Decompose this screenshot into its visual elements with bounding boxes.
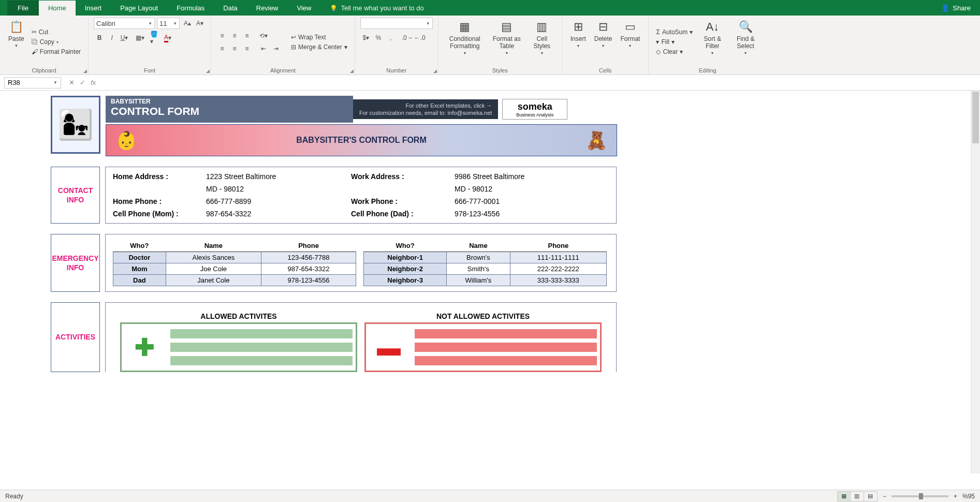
format-as-table-button[interactable]: ▤Format as Table▾ xyxy=(488,18,525,66)
font-color-button[interactable]: A▾ xyxy=(162,32,173,43)
dialog-launcher-icon[interactable]: ◢ xyxy=(350,68,354,73)
table-icon: ▤ xyxy=(500,20,514,34)
group-number: ▼ $▾ % , .0→ ←.0 Number ◢ xyxy=(355,16,438,75)
not-allowed-activities: ▬ xyxy=(364,322,602,372)
format-painter-button[interactable]: 🖌Format Painter xyxy=(30,48,83,56)
fill-color-button[interactable]: 🪣▾ xyxy=(150,32,161,43)
tab-file[interactable]: File xyxy=(7,1,39,16)
comma-button[interactable]: , xyxy=(385,32,397,43)
align-left-button[interactable]: ≡ xyxy=(216,43,228,54)
bulb-icon: 💡 xyxy=(330,5,338,12)
brush-icon: 🖌 xyxy=(32,48,38,55)
font-size-combo[interactable]: 11▼ xyxy=(157,18,180,29)
share-button[interactable]: 👤Share xyxy=(932,1,980,16)
cancel-icon[interactable]: ✕ xyxy=(69,79,75,86)
allowed-activities: ✚ xyxy=(120,322,357,372)
emergency-table-left: Who?NamePhone DoctorAlexis Sances123-456… xyxy=(113,240,356,286)
form-banner: 👶 BABYSITTER'S CONTROL FORM 🧸 xyxy=(106,124,617,156)
table-row: DadJanet Cole978-123-4556 xyxy=(113,275,356,286)
align-center-button[interactable]: ≡ xyxy=(229,43,240,54)
sigma-icon: Σ xyxy=(656,28,660,36)
section-label-activities: ACTIVITIES xyxy=(51,302,100,372)
autosum-button[interactable]: ΣAutoSum ▾ xyxy=(654,28,695,36)
percent-button[interactable]: % xyxy=(373,32,384,43)
increase-decimal-button[interactable]: .0→ xyxy=(402,32,413,43)
worksheet[interactable]: 👩‍👧 BABYSITTER CONTROL FORM For other Ex… xyxy=(0,91,980,474)
dialog-launcher-icon[interactable]: ◢ xyxy=(206,68,210,73)
decrease-indent-button[interactable]: ⇤ xyxy=(258,43,269,54)
home-phone: 666-777-8899 xyxy=(206,197,351,205)
plus-icon: ✚ xyxy=(125,327,164,367)
clear-button[interactable]: ◇Clear ▾ xyxy=(654,48,695,56)
scissors-icon: ✂ xyxy=(32,28,37,36)
increase-indent-button[interactable]: ⇥ xyxy=(270,43,282,54)
wrap-text-button[interactable]: ↩Wrap Text xyxy=(289,33,349,41)
wrap-icon: ↩ xyxy=(291,34,296,41)
enter-icon[interactable]: ✓ xyxy=(80,79,85,86)
minus-icon: ▬ xyxy=(369,327,408,367)
currency-button[interactable]: $▾ xyxy=(360,32,372,43)
tab-data[interactable]: Data xyxy=(214,1,246,16)
tab-review[interactable]: Review xyxy=(247,1,288,16)
tab-formulas[interactable]: Formulas xyxy=(167,1,214,16)
chevron-down-icon: ▼ xyxy=(426,21,430,26)
search-icon: 🔍 xyxy=(738,20,753,34)
contact-info-box: Home Address :1223 Street Baltimore Work… xyxy=(105,167,617,224)
tab-page-layout[interactable]: Page Layout xyxy=(111,1,167,16)
baby-icon: 🧸 xyxy=(586,130,607,151)
fx-icon[interactable]: fx xyxy=(91,79,96,86)
vertical-scrollbar[interactable] xyxy=(971,91,980,474)
delete-button[interactable]: ⊟Delete▾ xyxy=(591,18,616,66)
tell-me[interactable]: 💡Tell me what you want to do xyxy=(320,1,433,16)
decrease-font-button[interactable]: A▾ xyxy=(194,18,206,29)
tab-view[interactable]: View xyxy=(287,1,320,16)
align-bottom-button[interactable]: ≡ xyxy=(241,30,253,41)
format-icon: ▭ xyxy=(623,20,637,34)
ribbon-tabs: File Home Insert Page Layout Formulas Da… xyxy=(0,0,980,16)
increase-font-button[interactable]: A▴ xyxy=(182,18,193,29)
number-format-combo[interactable]: ▼ xyxy=(360,18,433,29)
cell-styles-button[interactable]: ▥Cell Styles▾ xyxy=(528,18,557,66)
font-name-combo[interactable]: Calibri▼ xyxy=(94,18,155,29)
conditional-formatting-button[interactable]: ▦Conditional Formatting▾ xyxy=(444,18,486,66)
paste-icon: 📋 xyxy=(9,20,23,34)
insert-button[interactable]: ⊞Insert▾ xyxy=(567,18,589,66)
table-row: Neighbor-2Smith's222-222-2222 xyxy=(364,263,607,275)
table-row: DoctorAlexis Sances123-456-7788 xyxy=(113,252,356,263)
borders-button[interactable]: ▦▾ xyxy=(134,32,145,43)
eraser-icon: ◇ xyxy=(656,48,661,55)
tab-home[interactable]: Home xyxy=(39,1,76,16)
orientation-button[interactable]: ⟲▾ xyxy=(258,30,269,41)
cut-button[interactable]: ✂Cut xyxy=(30,28,83,36)
underline-button[interactable]: U▾ xyxy=(119,32,130,43)
decrease-decimal-button[interactable]: ←.0 xyxy=(414,32,426,43)
bold-button[interactable]: B xyxy=(94,32,105,43)
align-right-button[interactable]: ≡ xyxy=(241,43,253,54)
cell-dad: 978-123-4556 xyxy=(455,210,609,218)
name-box[interactable]: R38▼ xyxy=(4,77,61,88)
dialog-launcher-icon[interactable]: ◢ xyxy=(433,68,437,73)
sort-icon: A↓ xyxy=(705,20,720,34)
formula-input[interactable] xyxy=(102,77,980,88)
group-cells: ⊞Insert▾ ⊟Delete▾ ▭Format▾ Cells xyxy=(562,16,649,75)
copy-icon: ⿻ xyxy=(32,38,38,46)
chevron-down-icon: ▼ xyxy=(53,80,57,85)
section-label-contact: CONTACT INFO xyxy=(51,167,100,224)
merge-center-button[interactable]: ⊟Merge & Center ▾ xyxy=(289,43,349,51)
copy-button[interactable]: ⿻Copy ▾ xyxy=(30,38,83,46)
cond-format-icon: ▦ xyxy=(458,20,472,34)
find-select-button[interactable]: 🔍Find & Select▾ xyxy=(730,18,761,66)
italic-button[interactable]: I xyxy=(106,32,118,43)
tab-insert[interactable]: Insert xyxy=(76,1,111,16)
delete-icon: ⊟ xyxy=(596,20,610,34)
table-row: Neighbor-3William's333-333-3333 xyxy=(364,275,607,286)
align-middle-button[interactable]: ≡ xyxy=(229,30,240,41)
paste-button[interactable]: 📋 Paste ▼ xyxy=(5,18,27,66)
section-label-emergency: EMERGENCY INFO xyxy=(51,234,100,292)
fill-button[interactable]: ▾Fill ▾ xyxy=(654,38,695,46)
align-top-button[interactable]: ≡ xyxy=(216,30,228,41)
chevron-down-icon: ▼ xyxy=(148,21,152,26)
dialog-launcher-icon[interactable]: ◢ xyxy=(83,68,87,73)
sort-filter-button[interactable]: A↓Sort & Filter▾ xyxy=(697,18,728,66)
format-button[interactable]: ▭Format▾ xyxy=(617,18,643,66)
